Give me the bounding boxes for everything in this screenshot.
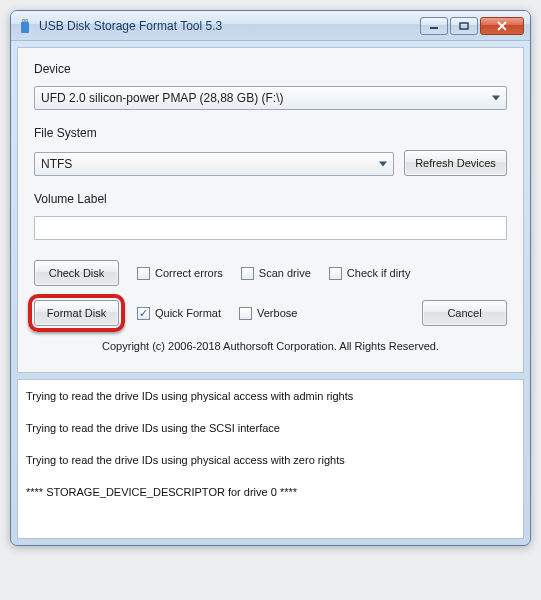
- device-dropdown[interactable]: UFD 2.0 silicon-power PMAP (28,88 GB) (F…: [34, 86, 507, 110]
- log-line: Trying to read the drive IDs using the S…: [26, 422, 515, 434]
- svg-rect-1: [21, 22, 29, 33]
- filesystem-dropdown[interactable]: NTFS: [34, 152, 394, 176]
- close-button[interactable]: [480, 17, 524, 35]
- app-window: USB Disk Storage Format Tool 5.3 Device …: [10, 10, 531, 546]
- check-options-row: Check Disk Correct errors Scan drive Che…: [34, 260, 507, 286]
- refresh-devices-button[interactable]: Refresh Devices: [404, 150, 507, 176]
- log-line: Trying to read the drive IDs using physi…: [26, 454, 515, 466]
- scan-drive-label: Scan drive: [259, 267, 311, 279]
- log-line: Trying to read the drive IDs using physi…: [26, 390, 515, 402]
- correct-errors-checkbox[interactable]: Correct errors: [137, 267, 223, 280]
- format-options-row: Format Disk Quick Format Verbose Cancel: [34, 300, 507, 326]
- filesystem-label: File System: [34, 126, 507, 140]
- maximize-button[interactable]: [450, 17, 478, 35]
- device-selected-value: UFD 2.0 silicon-power PMAP (28,88 GB) (F…: [41, 91, 284, 105]
- svg-rect-0: [22, 19, 28, 22]
- chevron-down-icon: [492, 96, 500, 101]
- svg-rect-2: [23, 20, 24, 21]
- usb-icon: [17, 18, 33, 34]
- volume-label-input[interactable]: [34, 216, 507, 240]
- chevron-down-icon: [379, 162, 387, 167]
- checkbox-icon: [137, 307, 150, 320]
- svg-rect-3: [26, 20, 27, 21]
- format-disk-highlight: Format Disk: [34, 300, 119, 326]
- svg-rect-5: [460, 23, 468, 29]
- checkbox-icon: [241, 267, 254, 280]
- volume-label-label: Volume Label: [34, 192, 507, 206]
- device-label: Device: [34, 62, 507, 76]
- quick-format-checkbox[interactable]: Quick Format: [137, 307, 221, 320]
- svg-rect-4: [430, 27, 438, 29]
- checkbox-icon: [239, 307, 252, 320]
- main-panel: Device UFD 2.0 silicon-power PMAP (28,88…: [17, 47, 524, 373]
- copyright-text: Copyright (c) 2006-2018 Authorsoft Corpo…: [34, 340, 507, 352]
- check-if-dirty-checkbox[interactable]: Check if dirty: [329, 267, 411, 280]
- verbose-checkbox[interactable]: Verbose: [239, 307, 297, 320]
- cancel-button[interactable]: Cancel: [422, 300, 507, 326]
- check-disk-button[interactable]: Check Disk: [34, 260, 119, 286]
- window-title: USB Disk Storage Format Tool 5.3: [39, 19, 420, 33]
- checkbox-icon: [137, 267, 150, 280]
- verbose-label: Verbose: [257, 307, 297, 319]
- scan-drive-checkbox[interactable]: Scan drive: [241, 267, 311, 280]
- check-if-dirty-label: Check if dirty: [347, 267, 411, 279]
- titlebar[interactable]: USB Disk Storage Format Tool 5.3: [11, 11, 530, 41]
- log-output[interactable]: Trying to read the drive IDs using physi…: [17, 379, 524, 539]
- filesystem-selected-value: NTFS: [41, 157, 72, 171]
- checkbox-icon: [329, 267, 342, 280]
- log-line: **** STORAGE_DEVICE_DESCRIPTOR for drive…: [26, 486, 515, 498]
- window-controls: [420, 17, 524, 35]
- correct-errors-label: Correct errors: [155, 267, 223, 279]
- quick-format-label: Quick Format: [155, 307, 221, 319]
- minimize-button[interactable]: [420, 17, 448, 35]
- format-disk-button[interactable]: Format Disk: [34, 300, 119, 326]
